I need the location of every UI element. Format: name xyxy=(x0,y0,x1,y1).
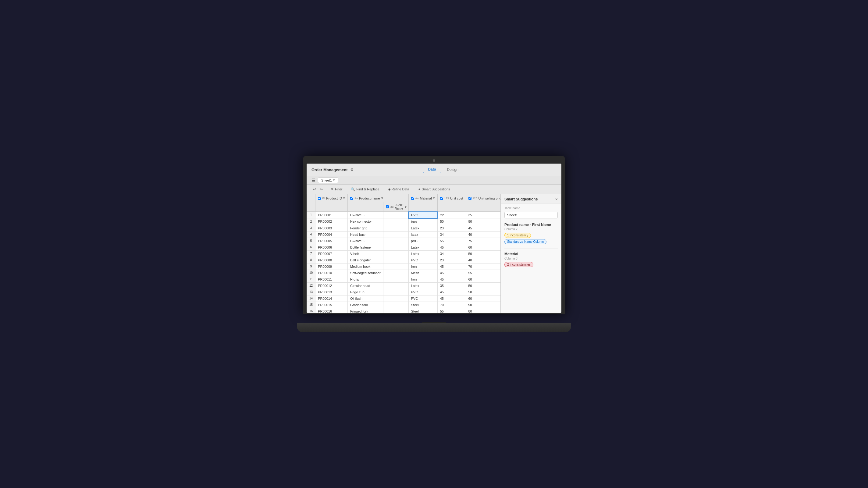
material-cell[interactable]: PVC xyxy=(408,257,437,263)
product-id-cell[interactable]: PR00004 xyxy=(315,231,348,238)
product-id-cell[interactable]: PR00005 xyxy=(315,238,348,244)
product-id-cell[interactable]: PR00011 xyxy=(315,276,348,282)
first-name-cell[interactable] xyxy=(383,308,408,313)
unit-cost-cell[interactable]: 45 xyxy=(437,295,466,301)
first-name-cell[interactable] xyxy=(383,212,408,219)
material-cell[interactable]: Latex xyxy=(408,282,437,289)
product-name-cell[interactable]: U-valve 5 xyxy=(348,212,383,219)
col-material-checkbox[interactable] xyxy=(411,197,414,200)
first-name-cell[interactable] xyxy=(383,257,408,263)
unit-selling-price-cell[interactable]: 40 xyxy=(466,257,500,263)
sub-col-first-name[interactable]: Aa First Name ▾ xyxy=(383,202,408,212)
col-unit-cost[interactable]: 123 Unit cost xyxy=(437,194,466,202)
refine-data-button[interactable]: ◈ Refine Data xyxy=(385,187,412,192)
material-cell[interactable]: Latex xyxy=(408,225,437,231)
unit-cost-cell[interactable]: 45 xyxy=(437,289,466,295)
product-name-cell[interactable]: Oil flush xyxy=(348,295,383,301)
filter-button[interactable]: ▼ Filter xyxy=(328,187,345,192)
unit-selling-price-cell[interactable]: 60 xyxy=(466,295,500,301)
undo-button[interactable]: ↩ xyxy=(311,186,317,192)
table-name-dropdown[interactable]: Sheet1 xyxy=(504,212,558,219)
product-name-cell[interactable]: Hex connector xyxy=(348,219,383,225)
col-product-id-checkbox[interactable] xyxy=(318,197,321,200)
product-name-cell[interactable]: H grip xyxy=(348,276,383,282)
unit-selling-price-cell[interactable]: 45 xyxy=(466,225,500,231)
first-name-cell[interactable] xyxy=(383,301,408,308)
product-name-cell[interactable]: V-belt xyxy=(348,250,383,257)
product-name-cell[interactable]: Edge cup xyxy=(348,289,383,295)
tab-design[interactable]: Design xyxy=(442,166,463,173)
col-unit-selling-price[interactable]: 123 Unit selling price ▾ xyxy=(466,194,500,202)
unit-selling-price-cell[interactable]: 70 xyxy=(466,263,500,269)
unit-selling-price-cell[interactable]: 35 xyxy=(466,212,500,219)
smart-suggestions-button[interactable]: ✦ Smart Suggestions xyxy=(415,187,453,192)
sheet-tab-sheet1[interactable]: Sheet1 ▾ xyxy=(318,177,338,183)
first-name-cell[interactable] xyxy=(383,263,408,269)
first-name-cell[interactable] xyxy=(383,295,408,301)
product-name-cell[interactable]: Graded fork xyxy=(348,301,383,308)
unit-selling-price-cell[interactable]: 90 xyxy=(466,301,500,308)
material-cell[interactable]: Latex xyxy=(408,250,437,257)
tab-data[interactable]: Data xyxy=(423,166,441,173)
sub-col-first-name-checkbox[interactable] xyxy=(386,205,389,208)
product-id-cell[interactable]: PR00003 xyxy=(315,225,348,231)
unit-selling-price-cell[interactable]: 75 xyxy=(466,238,500,244)
unit-cost-cell[interactable]: 70 xyxy=(437,301,466,308)
product-id-cell[interactable]: PR00013 xyxy=(315,289,348,295)
unit-cost-cell[interactable]: 45 xyxy=(437,244,466,250)
first-name-cell[interactable] xyxy=(383,238,408,244)
product-id-cell[interactable]: PR00008 xyxy=(315,257,348,263)
product-id-cell[interactable]: PR00007 xyxy=(315,250,348,257)
hamburger-icon[interactable]: ☰ xyxy=(311,178,315,183)
unit-selling-price-cell[interactable]: 60 xyxy=(466,244,500,250)
smart-panel-close-button[interactable]: × xyxy=(555,197,558,201)
unit-cost-cell[interactable]: 34 xyxy=(437,231,466,238)
unit-selling-price-cell[interactable]: 50 xyxy=(466,250,500,257)
product-id-cell[interactable]: PR00014 xyxy=(315,295,348,301)
first-name-cell[interactable] xyxy=(383,282,408,289)
product-name-cell[interactable]: Belt elongater xyxy=(348,257,383,263)
material-cell[interactable]: Iron xyxy=(408,263,437,269)
product-id-cell[interactable]: PR00016 xyxy=(315,308,348,313)
material-cell[interactable]: PVC xyxy=(408,212,437,219)
material-cell[interactable]: pVC xyxy=(408,238,437,244)
col-product-id[interactable]: ID Product ID ▾ xyxy=(315,194,348,202)
col-product-name-checkbox[interactable] xyxy=(350,197,353,200)
material-cell[interactable]: latex xyxy=(408,231,437,238)
material-cell[interactable]: Mesh xyxy=(408,269,437,276)
unit-cost-cell[interactable]: 55 xyxy=(437,238,466,244)
product-name-cell[interactable]: Bottle fastener xyxy=(348,244,383,250)
unit-cost-cell[interactable]: 45 xyxy=(437,276,466,282)
material-cell[interactable]: Steel xyxy=(408,301,437,308)
unit-cost-cell[interactable]: 23 xyxy=(437,257,466,263)
material-cell[interactable]: Iron xyxy=(408,219,437,225)
unit-selling-price-cell[interactable]: 50 xyxy=(466,289,500,295)
material-cell[interactable]: Iron xyxy=(408,276,437,282)
unit-cost-cell[interactable]: 22 xyxy=(437,212,466,219)
material-cell[interactable]: PVC xyxy=(408,295,437,301)
tag-inconsistencies-material[interactable]: 2 Inconsistencies xyxy=(504,262,533,267)
unit-selling-price-cell[interactable]: 80 xyxy=(466,219,500,225)
first-name-cell[interactable] xyxy=(383,250,408,257)
unit-cost-cell[interactable]: 50 xyxy=(437,219,466,225)
unit-selling-price-cell[interactable]: 80 xyxy=(466,308,500,313)
unit-selling-price-cell[interactable]: 60 xyxy=(466,276,500,282)
first-name-cell[interactable] xyxy=(383,244,408,250)
product-id-cell[interactable]: PR00010 xyxy=(315,269,348,276)
product-id-cell[interactable]: PR00001 xyxy=(315,212,348,219)
product-id-cell[interactable]: PR00002 xyxy=(315,219,348,225)
first-name-cell[interactable] xyxy=(383,276,408,282)
product-name-cell[interactable]: Medium hook xyxy=(348,263,383,269)
unit-cost-cell[interactable]: 45 xyxy=(437,263,466,269)
unit-selling-price-cell[interactable]: 40 xyxy=(466,231,500,238)
redo-button[interactable]: ↪ xyxy=(318,186,324,192)
material-cell[interactable]: PVC xyxy=(408,289,437,295)
find-replace-button[interactable]: 🔍 Find & Replace xyxy=(348,187,381,192)
col-product-name[interactable]: Aa Product name ▾ xyxy=(348,194,408,202)
product-id-cell[interactable]: PR00015 xyxy=(315,301,348,308)
first-name-cell[interactable] xyxy=(383,219,408,225)
tag-standardize-name[interactable]: Standardize Name Column xyxy=(504,239,547,244)
first-name-cell[interactable] xyxy=(383,289,408,295)
product-name-cell[interactable]: C-valve 5 xyxy=(348,238,383,244)
product-id-cell[interactable]: PR00012 xyxy=(315,282,348,289)
